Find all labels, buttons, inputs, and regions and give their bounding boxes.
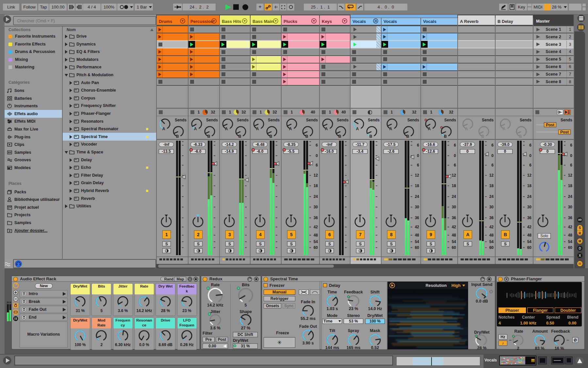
svg-text:M: M <box>579 239 581 243</box>
svg-text:D: D <box>579 247 581 250</box>
svg-text:X: X <box>579 254 581 257</box>
